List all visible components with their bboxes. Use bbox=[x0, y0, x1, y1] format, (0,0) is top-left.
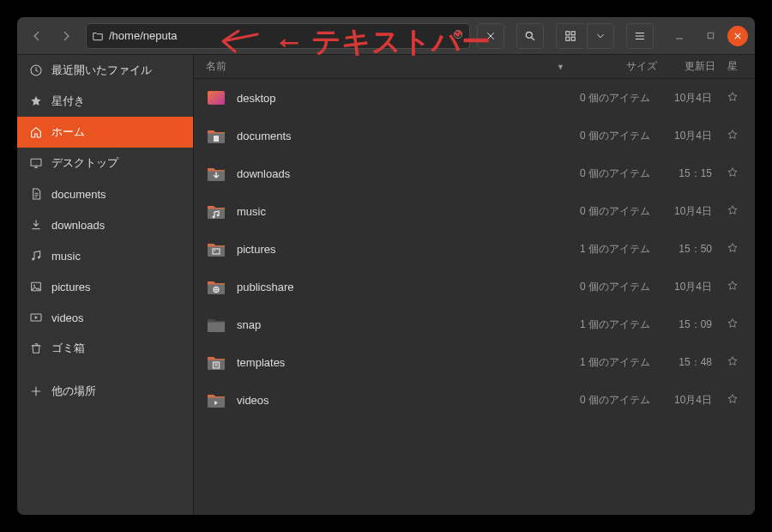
star-toggle[interactable] bbox=[722, 242, 743, 257]
svg-rect-19 bbox=[208, 208, 225, 209]
sidebar-item-music[interactable]: music bbox=[17, 240, 193, 271]
sidebar-item-label: music bbox=[51, 250, 81, 263]
pictures-folder-icon bbox=[206, 239, 226, 259]
back-button[interactable] bbox=[24, 23, 50, 49]
star-toggle[interactable] bbox=[722, 204, 743, 219]
sidebar-item-clock[interactable]: 最近開いたファイル bbox=[17, 55, 193, 86]
file-row[interactable]: desktop 0 個のアイテム 10月4日 bbox=[194, 79, 755, 117]
file-name: documents bbox=[237, 130, 554, 142]
svg-point-10 bbox=[32, 258, 34, 261]
path-bar[interactable]: /home/neputa bbox=[86, 23, 470, 49]
svg-point-24 bbox=[214, 250, 216, 251]
window-close-button[interactable] bbox=[727, 26, 748, 46]
maximize-icon bbox=[706, 31, 715, 40]
sort-indicator[interactable]: ▼ bbox=[557, 63, 564, 71]
svg-rect-30 bbox=[208, 396, 225, 398]
search-button[interactable] bbox=[516, 23, 544, 49]
star-toggle[interactable] bbox=[722, 317, 743, 332]
close-path-button[interactable] bbox=[477, 23, 504, 49]
hamburger-menu-button[interactable] bbox=[626, 23, 654, 49]
star-outline-icon bbox=[727, 317, 739, 329]
file-name: templates bbox=[237, 356, 554, 369]
music-icon bbox=[29, 249, 43, 263]
svg-rect-7 bbox=[708, 33, 713, 38]
sidebar-item-label: デスクトップ bbox=[51, 155, 118, 171]
sidebar-item-desktop[interactable]: デスクトップ bbox=[17, 148, 193, 178]
svg-rect-18 bbox=[208, 170, 225, 172]
documents-folder-icon bbox=[206, 125, 226, 146]
forward-button[interactable] bbox=[53, 23, 79, 49]
star-toggle[interactable] bbox=[722, 393, 743, 408]
star-toggle[interactable] bbox=[722, 355, 743, 370]
svg-rect-3 bbox=[565, 31, 569, 34]
sidebar-item-label: 最近開いたファイル bbox=[51, 63, 152, 78]
file-size: 1 個のアイテム bbox=[564, 355, 650, 370]
file-row[interactable]: publicshare 0 個のアイテム 10月4日 bbox=[194, 268, 755, 305]
star-toggle[interactable] bbox=[722, 280, 743, 294]
file-modified: 10月4日 bbox=[660, 393, 712, 408]
sidebar-item-pictures[interactable]: pictures bbox=[17, 271, 193, 302]
main-pane: 名前 ▼ サイズ 更新日 星 desktop 0 個のアイテム 10月4日 do… bbox=[194, 55, 755, 515]
svg-rect-9 bbox=[31, 159, 41, 166]
plus-icon bbox=[29, 384, 43, 398]
column-modified[interactable]: 更新日 bbox=[664, 59, 715, 74]
file-modified: 10月4日 bbox=[660, 91, 712, 106]
star-toggle[interactable] bbox=[722, 166, 743, 181]
hamburger-icon bbox=[634, 30, 646, 42]
svg-point-2 bbox=[526, 32, 532, 38]
sidebar-item-videos[interactable]: videos bbox=[17, 302, 193, 333]
column-headers: 名前 ▼ サイズ 更新日 星 bbox=[194, 55, 755, 79]
file-row[interactable]: videos 0 個のアイテム 10月4日 bbox=[194, 381, 755, 419]
file-row[interactable]: downloads 0 個のアイテム 15：15 bbox=[194, 154, 755, 192]
sidebar-item-label: ゴミ箱 bbox=[51, 341, 85, 356]
svg-point-11 bbox=[38, 257, 40, 259]
sidebar-item-home[interactable]: ホーム bbox=[17, 117, 193, 148]
svg-point-13 bbox=[33, 285, 35, 287]
chevron-left-icon bbox=[31, 30, 43, 42]
sidebar-item-documents[interactable]: documents bbox=[17, 178, 193, 209]
file-name: downloads bbox=[237, 167, 554, 180]
star-outline-icon bbox=[727, 280, 739, 292]
file-list: desktop 0 個のアイテム 10月4日 documents 0 個のアイテ… bbox=[194, 79, 755, 515]
star-toggle[interactable] bbox=[722, 91, 743, 106]
sidebar-item-star[interactable]: 星付き bbox=[17, 86, 193, 117]
sidebar-item-label: 星付き bbox=[51, 94, 85, 109]
file-row[interactable]: templates 1 個のアイテム 15：48 bbox=[194, 343, 755, 381]
search-icon bbox=[524, 30, 536, 42]
file-size: 0 個のアイテム bbox=[564, 129, 650, 143]
path-clear-button[interactable] bbox=[452, 28, 464, 43]
desktop-icon bbox=[29, 156, 43, 170]
sidebar-item-label: videos bbox=[51, 311, 84, 324]
grid-icon bbox=[564, 30, 576, 42]
file-size: 0 個のアイテム bbox=[564, 280, 650, 294]
sidebar-item-downloads[interactable]: downloads bbox=[17, 209, 193, 240]
column-size[interactable]: サイズ bbox=[571, 59, 657, 74]
close-icon bbox=[733, 32, 742, 40]
column-star[interactable]: 星 bbox=[722, 59, 743, 74]
maximize-button[interactable] bbox=[700, 26, 721, 46]
file-row[interactable]: pictures 1 個のアイテム 15：50 bbox=[194, 230, 755, 268]
sidebar-item-label: downloads bbox=[51, 219, 105, 232]
close-icon bbox=[486, 31, 496, 41]
file-size: 0 個のアイテム bbox=[564, 166, 650, 181]
star-outline-icon bbox=[727, 393, 739, 405]
star-toggle[interactable] bbox=[722, 129, 743, 143]
file-row[interactable]: music 0 個のアイテム 10月4日 bbox=[194, 192, 755, 230]
templates-folder-icon bbox=[206, 352, 226, 372]
column-name[interactable]: 名前 bbox=[206, 59, 546, 74]
sidebar-item-plus[interactable]: 他の場所 bbox=[17, 376, 193, 407]
sidebar-item-label: 他の場所 bbox=[51, 384, 96, 399]
path-text: /home/neputa bbox=[109, 29, 178, 42]
view-options-button[interactable] bbox=[587, 23, 614, 49]
file-row[interactable]: snap 1 個のアイテム 15：09 bbox=[194, 305, 755, 343]
view-grid-button[interactable] bbox=[556, 23, 583, 49]
sidebar-item-label: pictures bbox=[51, 281, 91, 293]
documents-icon bbox=[29, 187, 43, 201]
trash-icon bbox=[29, 342, 43, 355]
file-size: 0 個のアイテム bbox=[564, 393, 650, 408]
svg-rect-27 bbox=[208, 321, 225, 323]
file-row[interactable]: documents 0 個のアイテム 10月4日 bbox=[194, 117, 755, 154]
sidebar-item-trash[interactable]: ゴミ箱 bbox=[17, 333, 193, 364]
clear-icon bbox=[452, 28, 464, 40]
minimize-button[interactable] bbox=[669, 26, 690, 46]
